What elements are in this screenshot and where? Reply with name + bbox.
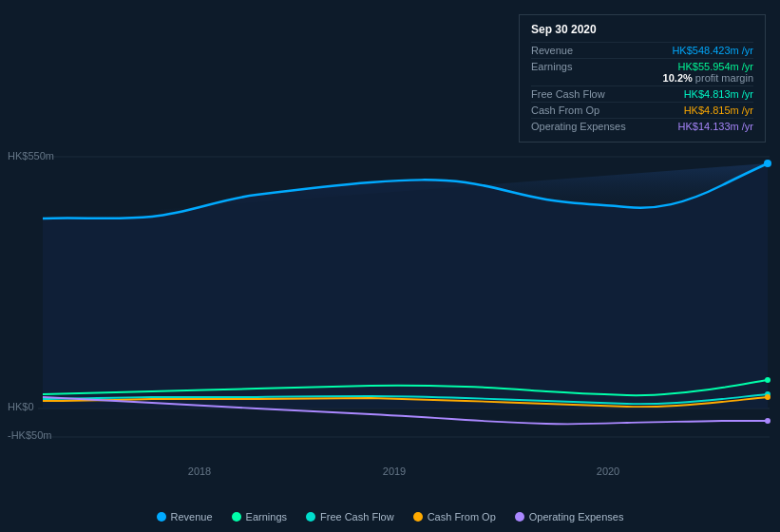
y-label-zero: HK$0: [8, 401, 34, 412]
legend-revenue-label: Revenue: [171, 511, 213, 522]
y-label-neg: -HK$50m: [8, 429, 51, 441]
tooltip-cashop-row: Cash From Op HK$4.815m /yr: [531, 102, 753, 118]
tooltip-cashop-value: HK$4.815m /yr: [642, 104, 753, 116]
x-label-2019: 2019: [383, 466, 406, 477]
svg-point-8: [765, 418, 770, 424]
tooltip-fcf-label: Free Cash Flow: [531, 88, 642, 100]
tooltip-profit-margin-label: profit margin: [695, 72, 753, 84]
svg-point-4: [764, 160, 771, 167]
tooltip-opex-label: Operating Expenses: [531, 121, 642, 132]
tooltip-date: Sep 30 2020: [531, 23, 753, 36]
data-tooltip: Sep 30 2020 Revenue HK$548.423m /yr Earn…: [519, 14, 766, 142]
legend-earnings-dot: [232, 512, 241, 522]
tooltip-profit-margin: 10.2%: [663, 72, 693, 84]
legend-opex-label: Operating Expenses: [529, 511, 624, 522]
tooltip-earnings-row: Earnings HK$55.954m /yr 10.2% profit mar…: [531, 58, 753, 86]
legend-revenue[interactable]: Revenue: [157, 511, 213, 522]
legend-earnings[interactable]: Earnings: [232, 511, 287, 522]
tooltip-earnings-label: Earnings: [531, 61, 663, 72]
legend-earnings-label: Earnings: [246, 511, 287, 522]
tooltip-opex-row: Operating Expenses HK$14.133m /yr: [531, 118, 753, 134]
tooltip-fcf-value: HK$4.813m /yr: [642, 88, 753, 100]
tooltip-revenue-row: Revenue HK$548.423m /yr: [531, 42, 753, 58]
y-label-top: HK$550m: [8, 150, 54, 162]
tooltip-cashop-label: Cash From Op: [531, 104, 642, 116]
x-label-2018: 2018: [188, 466, 211, 477]
legend-fcf-label: Free Cash Flow: [320, 511, 394, 522]
legend-cashop-dot: [413, 512, 423, 522]
tooltip-opex-value: HK$14.133m /yr: [642, 121, 753, 132]
legend-fcf[interactable]: Free Cash Flow: [306, 511, 394, 522]
legend-opex[interactable]: Operating Expenses: [515, 511, 624, 522]
legend-cashop[interactable]: Cash From Op: [413, 511, 496, 522]
x-label-2020: 2020: [597, 466, 619, 477]
legend-opex-dot: [515, 512, 524, 522]
svg-point-5: [765, 377, 770, 383]
tooltip-earnings-value: HK$55.954m /yr: [678, 61, 753, 72]
chart-legend: Revenue Earnings Free Cash Flow Cash Fro…: [0, 511, 780, 522]
chart-area: HK$550m HK$0 -HK$50m 2018 2019 2020 Sep …: [0, 0, 780, 532]
tooltip-revenue-label: Revenue: [531, 45, 642, 56]
tooltip-fcf-row: Free Cash Flow HK$4.813m /yr: [531, 86, 753, 102]
legend-fcf-dot: [306, 512, 315, 522]
tooltip-revenue-value: HK$548.423m /yr: [642, 45, 753, 56]
legend-revenue-dot: [157, 512, 166, 522]
legend-cashop-label: Cash From Op: [428, 511, 496, 522]
svg-point-7: [765, 394, 770, 400]
